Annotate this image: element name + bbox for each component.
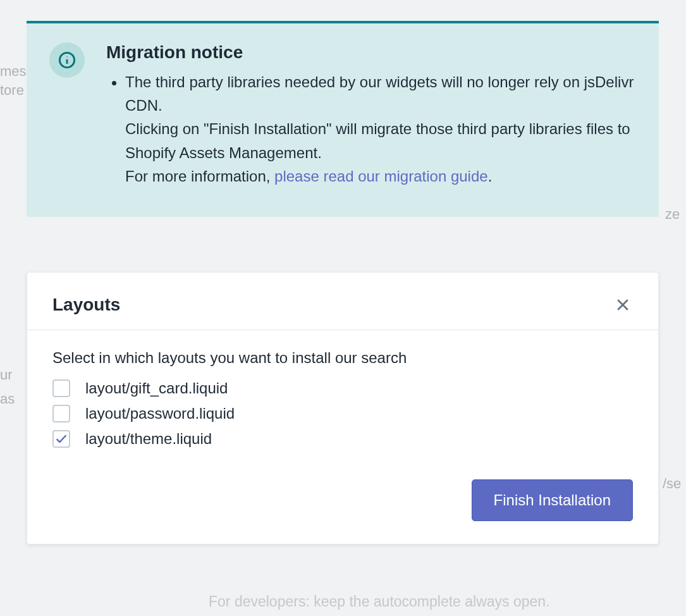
layout-label: layout/password.liquid xyxy=(85,405,235,422)
bg-text: /se xyxy=(663,476,681,492)
close-icon[interactable] xyxy=(613,292,633,318)
panel-footer: Finish Installation xyxy=(27,462,658,544)
notice-list: The third party libraries needed by our … xyxy=(106,70,636,188)
panel-title: Layouts xyxy=(52,295,120,315)
notice-line: Clicking on "Finish Installation" will m… xyxy=(125,120,630,161)
notice-title: Migration notice xyxy=(106,42,636,63)
notice-bullet: The third party libraries needed by our … xyxy=(125,70,636,188)
layouts-panel: Layouts Select in which layouts you want… xyxy=(27,272,659,545)
checkbox[interactable] xyxy=(52,379,70,397)
panel-body: Select in which layouts you want to inst… xyxy=(27,330,658,462)
checkbox[interactable] xyxy=(52,405,70,422)
bg-text: ur xyxy=(0,367,13,383)
checkbox-checked[interactable] xyxy=(52,430,70,448)
layout-label: layout/theme.liquid xyxy=(85,430,212,448)
bg-text: mes xyxy=(0,63,27,80)
layout-option[interactable]: layout/gift_card.liquid xyxy=(52,379,633,397)
bg-text: tore xyxy=(0,82,24,99)
panel-description: Select in which layouts you want to inst… xyxy=(52,349,633,367)
notice-line-end: . xyxy=(488,168,493,185)
notice-line: For more information, xyxy=(125,168,274,185)
svg-point-2 xyxy=(66,56,67,57)
bg-text: as xyxy=(0,391,15,407)
bg-dev-note: For developers: keep the autocomplete al… xyxy=(209,593,550,610)
migration-guide-link[interactable]: please read our migration guide xyxy=(274,168,488,185)
bg-text: ze xyxy=(665,206,680,223)
info-icon xyxy=(49,42,85,78)
layout-option[interactable]: layout/password.liquid xyxy=(52,405,633,422)
layout-option[interactable]: layout/theme.liquid xyxy=(52,430,633,448)
notice-line: The third party libraries needed by our … xyxy=(125,73,634,114)
layout-label: layout/gift_card.liquid xyxy=(85,379,228,397)
panel-header: Layouts xyxy=(27,273,658,330)
migration-notice-banner: Migration notice The third party librari… xyxy=(27,21,659,217)
finish-installation-button[interactable]: Finish Installation xyxy=(472,479,633,521)
